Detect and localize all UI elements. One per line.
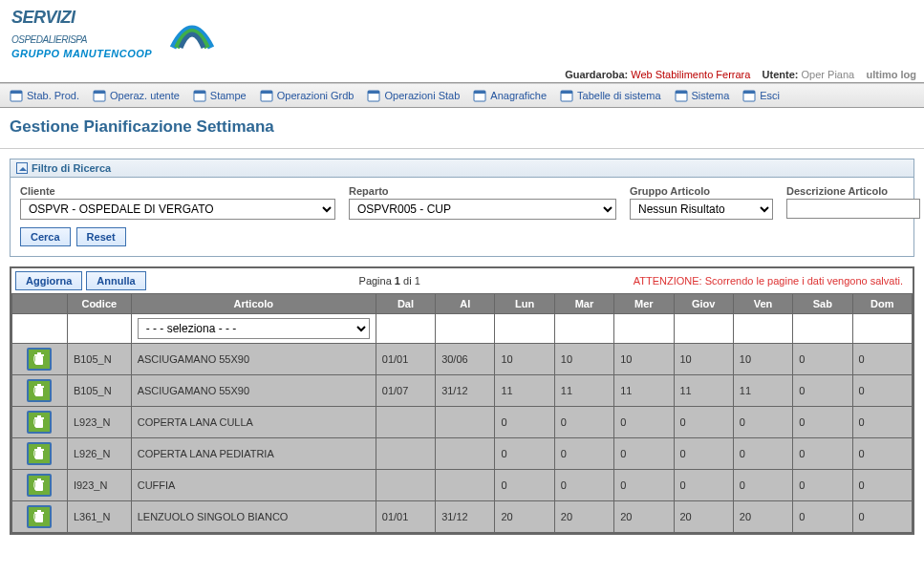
svg-rect-15 bbox=[676, 91, 687, 94]
svg-rect-1 bbox=[11, 91, 22, 94]
delete-row-button[interactable] bbox=[27, 442, 52, 465]
cell-mer: 10 bbox=[614, 344, 674, 375]
cell-codice: L923_N bbox=[67, 407, 131, 438]
svg-rect-20 bbox=[37, 352, 41, 354]
cell-lun: 0 bbox=[495, 438, 554, 470]
col-al: Al bbox=[436, 294, 495, 314]
utente-value: Oper Piana bbox=[802, 69, 855, 80]
delete-row-button[interactable] bbox=[27, 474, 52, 497]
cell-ven: 0 bbox=[733, 407, 792, 438]
articolo-filter-select[interactable]: - - - seleziona - - - bbox=[138, 318, 370, 339]
calendar-icon bbox=[10, 89, 23, 102]
guardaroba-label: Guardaroba: bbox=[565, 69, 628, 80]
cell-mer: 0 bbox=[614, 470, 674, 501]
delete-row-button[interactable] bbox=[27, 348, 52, 371]
cell-mar: 10 bbox=[554, 344, 613, 375]
menu-item-sistema[interactable]: Sistema bbox=[671, 87, 734, 104]
planning-grid: Codice Articolo Dal Al Lun Mar Mer Giov … bbox=[11, 293, 913, 533]
calendar-icon bbox=[260, 89, 273, 102]
aggiorna-button[interactable]: Aggiorna bbox=[15, 271, 82, 290]
table-row: L923_NCOPERTA LANA CULLA0000000 bbox=[12, 407, 913, 438]
cell-dom: 0 bbox=[852, 438, 912, 470]
gruppo-select[interactable]: Nessun Risultato bbox=[630, 199, 773, 220]
col-mer: Mer bbox=[614, 294, 674, 314]
utente-label: Utente: bbox=[763, 69, 799, 80]
col-action bbox=[12, 294, 68, 314]
menu-item-stampe[interactable]: Stampe bbox=[189, 87, 250, 104]
delete-row-button[interactable] bbox=[27, 505, 52, 528]
cell-lun: 0 bbox=[495, 407, 554, 438]
menu-item-tabelle-di-sistema[interactable]: Tabelle di sistema bbox=[556, 87, 664, 104]
cell-lun: 0 bbox=[495, 470, 554, 501]
calendar-icon bbox=[473, 89, 486, 102]
cell-dom: 0 bbox=[852, 470, 912, 501]
cell-dal bbox=[376, 438, 435, 470]
svg-rect-19 bbox=[34, 354, 44, 356]
filter-panel: Filtro di Ricerca Cliente OSPVR - OSPEDA… bbox=[10, 159, 914, 257]
guardaroba-value: Web Stabilimento Ferrara bbox=[631, 69, 750, 80]
cell-articolo: CUFFIA bbox=[131, 470, 376, 501]
trash-icon bbox=[32, 509, 47, 524]
cell-dom: 0 bbox=[852, 344, 912, 375]
menu-item-operazioni-stab[interactable]: Operazioni Stab bbox=[363, 87, 463, 104]
svg-rect-24 bbox=[35, 419, 43, 428]
cell-dal bbox=[376, 407, 435, 438]
cell-dom: 0 bbox=[852, 407, 912, 438]
brand-logo-text: SERVIZI OSPEDALIERISPA GRUPPO MANUTENCOO… bbox=[11, 8, 152, 59]
table-row: I923_NCUFFIA0000000 bbox=[12, 470, 913, 501]
cell-mer: 0 bbox=[614, 407, 674, 438]
cell-al bbox=[436, 407, 495, 438]
svg-rect-5 bbox=[194, 91, 205, 94]
table-row: B105_NASCIUGAMANO 55X9001/0731/121111111… bbox=[12, 375, 913, 407]
col-ven: Ven bbox=[733, 294, 792, 314]
col-dal: Dal bbox=[376, 294, 435, 314]
menu-item-operazioni-grdb[interactable]: Operazioni Grdb bbox=[256, 87, 358, 104]
cell-codice: B105_N bbox=[67, 344, 131, 375]
menu-item-stab-prod-[interactable]: Stab. Prod. bbox=[6, 87, 83, 104]
annulla-button[interactable]: Annulla bbox=[86, 271, 145, 290]
svg-rect-35 bbox=[37, 510, 41, 512]
cerca-button[interactable]: Cerca bbox=[20, 227, 71, 246]
cliente-select[interactable]: OSPVR - OSPEDALE DI VERGATO bbox=[20, 199, 335, 220]
app-header: SERVIZI OSPEDALIERISPA GRUPPO MANUTENCOO… bbox=[0, 0, 924, 67]
calendar-icon bbox=[367, 89, 380, 102]
descrizione-input[interactable] bbox=[786, 199, 920, 219]
info-bar: Guardaroba: Web Stabilimento Ferrara Ute… bbox=[0, 67, 924, 83]
menu-item-operaz-utente[interactable]: Operaz. utente bbox=[89, 87, 183, 104]
brand-swirl-icon bbox=[163, 10, 221, 57]
cell-dom: 0 bbox=[852, 501, 912, 533]
cell-gio: 11 bbox=[674, 375, 733, 407]
reparto-label: Reparto bbox=[349, 185, 616, 197]
filter-panel-header[interactable]: Filtro di Ricerca bbox=[11, 159, 913, 178]
table-row: L926_NCOPERTA LANA PEDIATRIA0000000 bbox=[12, 438, 913, 470]
collapse-icon[interactable] bbox=[16, 162, 28, 174]
svg-rect-3 bbox=[94, 91, 105, 94]
gruppo-label: Gruppo Articolo bbox=[630, 185, 773, 197]
trash-icon bbox=[32, 478, 47, 493]
trash-icon bbox=[32, 351, 47, 367]
delete-row-button[interactable] bbox=[27, 411, 52, 434]
trash-icon bbox=[32, 415, 47, 430]
page-title: Gestione Pianificazione Settimana bbox=[0, 108, 924, 149]
svg-rect-9 bbox=[368, 91, 379, 94]
calendar-icon bbox=[93, 89, 106, 102]
svg-rect-32 bbox=[37, 478, 41, 480]
cell-gio: 10 bbox=[674, 344, 733, 375]
table-row: L361_NLENZUOLO SINGOLO BIANCO01/0131/122… bbox=[12, 501, 913, 533]
svg-rect-23 bbox=[37, 384, 41, 386]
reparto-select[interactable]: OSPVR005 - CUP bbox=[349, 199, 616, 220]
trash-icon bbox=[32, 383, 47, 398]
menu-item-esci[interactable]: Esci bbox=[739, 87, 784, 104]
cell-ven: 11 bbox=[733, 375, 792, 407]
cell-codice: L926_N bbox=[67, 438, 131, 470]
col-codice: Codice bbox=[67, 294, 131, 314]
reset-button[interactable]: Reset bbox=[76, 227, 126, 246]
grid-warning: ATTENZIONE: Scorrendo le pagine i dati v… bbox=[634, 275, 909, 287]
cell-al: 31/12 bbox=[436, 375, 495, 407]
cell-ven: 10 bbox=[733, 344, 792, 375]
cell-mar: 11 bbox=[554, 375, 613, 407]
menu-item-anagrafiche[interactable]: Anagrafiche bbox=[469, 87, 550, 104]
cell-codice: I923_N bbox=[67, 470, 131, 501]
delete-row-button[interactable] bbox=[27, 379, 52, 402]
svg-rect-17 bbox=[743, 91, 755, 94]
